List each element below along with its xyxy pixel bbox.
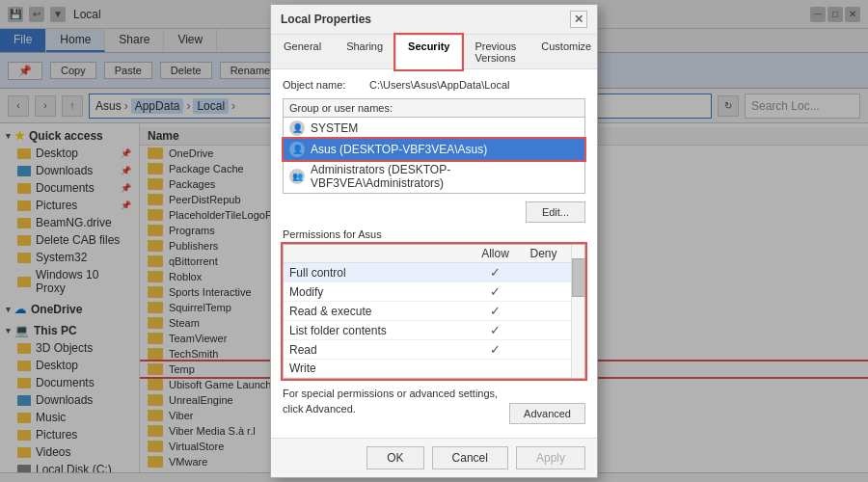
scrollbar-thumb[interactable]: [572, 258, 585, 297]
modal-tab-previous[interactable]: Previous Versions: [462, 35, 529, 68]
user-icon: 👥: [289, 169, 305, 184]
perm-name: Read & execute: [289, 305, 469, 318]
perm-row-read: Read ✓: [284, 340, 584, 360]
group-system-name: SYSTEM: [311, 121, 358, 135]
special-note: For special permissions or advanced sett…: [283, 387, 498, 416]
ok-button[interactable]: OK: [366, 446, 423, 469]
advanced-button[interactable]: Advanced: [509, 403, 585, 424]
group-asus[interactable]: 👤 Asus (DESKTOP-VBF3VEA\Asus): [284, 139, 584, 160]
modal-title: Local Properties: [281, 13, 371, 26]
check-icon: ✓: [490, 323, 501, 337]
user-icon: 👤: [289, 120, 305, 136]
perm-name: Modify: [289, 285, 469, 299]
check-icon: ✓: [490, 284, 501, 299]
perm-allow: ✓: [469, 265, 522, 280]
object-value: C:\Users\Asus\AppData\Local: [369, 79, 510, 91]
check-icon: ✓: [490, 304, 501, 318]
modal-body: Object name: C:\Users\Asus\AppData\Local…: [271, 69, 597, 438]
perm-name: Full control: [289, 266, 469, 280]
modal-overlay: Local Properties ✕ General Sharing Secur…: [0, 0, 868, 482]
group-system[interactable]: 👤 SYSTEM: [284, 118, 584, 139]
perm-allow: ✓: [469, 304, 522, 318]
modal-tab-general[interactable]: General: [271, 35, 334, 68]
apply-button[interactable]: Apply: [516, 446, 585, 469]
cancel-button[interactable]: Cancel: [432, 446, 508, 469]
perm-row-readexecute: Read & execute ✓: [284, 302, 584, 321]
perm-name: Write: [289, 362, 469, 375]
group-admins-name: Administrators (DESKTOP-VBF3VEA\Administ…: [311, 163, 579, 190]
perms-col-deny: Deny: [522, 247, 565, 260]
perms-col-allow: Allow: [469, 247, 522, 260]
modal-close-btn[interactable]: ✕: [570, 11, 587, 28]
modal-tab-security[interactable]: Security: [395, 35, 462, 69]
edit-button[interactable]: Edit...: [526, 201, 585, 223]
perm-row-write: Write: [284, 360, 584, 378]
local-properties-modal: Local Properties ✕ General Sharing Secur…: [270, 4, 598, 478]
check-icon: ✓: [490, 265, 501, 280]
perm-name: List folder contents: [289, 324, 469, 337]
perm-row-modify: Modify ✓: [284, 282, 584, 302]
perm-name: Read: [289, 343, 469, 357]
perms-scrollbar[interactable]: [571, 245, 584, 378]
perms-header: Allow Deny: [284, 245, 584, 263]
perm-row-fullcontrol: Full control ✓: [284, 263, 584, 282]
group-header: Group or user names:: [284, 99, 584, 118]
perm-allow: ✓: [469, 284, 522, 299]
perm-row-listfolder: List folder contents ✓: [284, 321, 584, 340]
modal-actions: OK Cancel Apply: [271, 438, 597, 477]
perm-allow: ✓: [469, 342, 522, 357]
object-label: Object name:: [283, 79, 369, 91]
object-name-row: Object name: C:\Users\Asus\AppData\Local: [283, 79, 585, 91]
permissions-table: Allow Deny Full control ✓ Modify ✓: [283, 244, 585, 379]
perm-allow: ✓: [469, 323, 522, 337]
modal-tab-sharing[interactable]: Sharing: [334, 35, 395, 68]
perms-col-name: [289, 247, 469, 260]
modal-title-bar: Local Properties ✕: [271, 5, 597, 35]
modal-tab-customize[interactable]: Customize: [529, 35, 604, 68]
group-asus-name: Asus (DESKTOP-VBF3VEA\Asus): [311, 143, 487, 156]
user-icon: 👤: [289, 142, 305, 157]
check-icon: ✓: [490, 342, 501, 357]
modal-tabs: General Sharing Security Previous Versio…: [271, 35, 597, 69]
group-admins[interactable]: 👥 Administrators (DESKTOP-VBF3VEA\Admini…: [284, 160, 584, 193]
group-user-box: Group or user names: 👤 SYSTEM 👤 Asus (DE…: [283, 98, 585, 194]
permissions-label: Permissions for Asus: [283, 228, 585, 240]
